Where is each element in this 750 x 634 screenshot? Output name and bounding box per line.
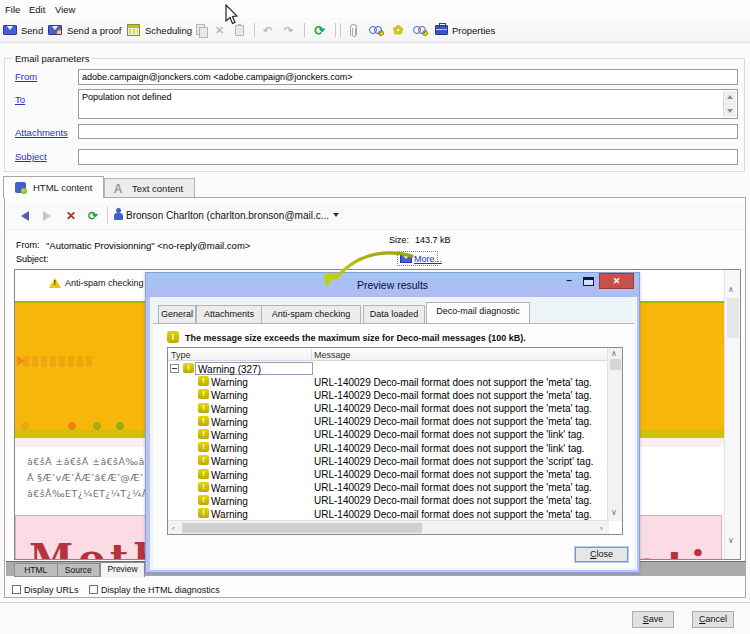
menu-view[interactable]: View	[55, 4, 75, 15]
subject-link[interactable]: Subject	[15, 151, 47, 162]
to-scrollbar[interactable]	[723, 91, 736, 117]
warning-row[interactable]: Warning URL-140029 Deco-mail format does…	[168, 415, 608, 428]
tab-text-content[interactable]: A Text content	[104, 178, 195, 198]
cancel-button[interactable]: Cancel	[692, 611, 734, 628]
scroll-right-icon[interactable]: ›	[600, 524, 603, 533]
warning-row[interactable]: Warning URL-140029 Deco-mail format does…	[168, 481, 608, 494]
unlink-button[interactable]	[413, 18, 426, 42]
chevron-down-icon[interactable]	[333, 213, 339, 217]
delivery-button[interactable]: ✿	[393, 18, 403, 42]
collapse-icon[interactable]	[170, 364, 179, 373]
from-input[interactable]: adobe.campaign@jonckers.com <adobe.campa…	[78, 69, 738, 85]
redo-button[interactable]: ↷	[284, 18, 293, 42]
profile-selector[interactable]: Bronson Charlton (charlton.bronson@mail.…	[126, 210, 329, 221]
attachment-button[interactable]	[350, 18, 357, 42]
row-type: Warning	[211, 390, 248, 401]
warning-group-row[interactable]: Warning (327)	[168, 362, 608, 375]
menu-file[interactable]: File	[5, 4, 20, 15]
scheduling-button[interactable]: Scheduling	[127, 18, 192, 42]
warning-icon	[198, 376, 209, 386]
list-hscrollbar[interactable]: ‹ ›	[168, 520, 609, 534]
subject-label: Subject:	[16, 254, 49, 264]
tab-preview[interactable]: Preview	[100, 562, 145, 577]
properties-button[interactable]: Properties	[435, 18, 495, 42]
column-type[interactable]: Type	[171, 350, 191, 360]
warning-row[interactable]: Warning URL-140029 Deco-mail format does…	[168, 494, 608, 507]
forward-icon[interactable]	[43, 211, 51, 221]
preview-scrollbar[interactable]: ∧ ∨	[724, 270, 740, 559]
attachments-input[interactable]	[78, 124, 738, 139]
close-button[interactable]: ✕	[599, 273, 634, 289]
row-message: URL-140029 Deco-mail format does not sup…	[314, 482, 592, 493]
tab-html[interactable]: HTML	[15, 564, 58, 576]
dialog-tab-general[interactable]: General	[158, 305, 196, 323]
warning-row[interactable]: Warning URL-140029 Deco-mail format does…	[168, 468, 608, 481]
close-preview-icon[interactable]: ✕	[66, 209, 76, 223]
warning-row[interactable]: Warning URL-140029 Deco-mail format does…	[168, 507, 608, 520]
save-button[interactable]: Save	[632, 611, 674, 628]
copy-button[interactable]	[196, 18, 207, 42]
tab-html-content[interactable]: HTML content	[3, 176, 104, 198]
scroll-down-icon[interactable]: ∨	[611, 508, 617, 517]
scheduling-icon	[127, 24, 140, 36]
toolbar-separator	[340, 23, 341, 37]
attachments-link[interactable]: Attachments	[15, 127, 68, 138]
menu-edit[interactable]: Edit	[29, 4, 45, 15]
minimize-button[interactable]: –	[559, 274, 579, 290]
maximize-button[interactable]	[583, 277, 594, 286]
scroll-down-icon[interactable]: ∨	[728, 536, 734, 545]
reload-icon[interactable]: ⟳	[88, 209, 98, 223]
link-tracking-button[interactable]	[369, 18, 382, 42]
dialog-tab-attachments[interactable]: Attachments	[196, 305, 262, 323]
from-label: From:	[16, 240, 40, 250]
dialog-tab-deco-mail-diagnostic[interactable]: Deco-mail diagnostic	[426, 302, 530, 323]
dialog-tab-anti-spam-checking[interactable]: Anti-spam checking	[261, 305, 361, 323]
send-a-proof-button[interactable]: Send a proof	[48, 18, 121, 42]
warning-icon	[198, 508, 209, 518]
dialog-message: The message size exceeds the maximum siz…	[185, 333, 526, 343]
row-message: URL-140029 Deco-mail format does not sup…	[314, 469, 592, 480]
tab-source[interactable]: Source	[58, 564, 100, 576]
display-html-diagnostics-checkbox[interactable]	[89, 585, 98, 594]
text-content-icon: A	[112, 183, 124, 195]
dialog-close-button[interactable]: Close	[575, 547, 628, 562]
dialog-tab-data-loaded[interactable]: Data loaded	[363, 305, 425, 323]
from-link[interactable]: From	[15, 71, 37, 82]
scroll-up-icon[interactable]: ∧	[611, 349, 617, 358]
display-urls-checkbox[interactable]	[12, 585, 21, 594]
row-type: Warning	[211, 377, 248, 388]
back-icon[interactable]	[21, 211, 29, 221]
display-urls-label: Display URLs	[24, 585, 79, 595]
to-link[interactable]: To	[15, 94, 25, 105]
scrollbar-thumb[interactable]	[727, 298, 739, 338]
column-message[interactable]: Message	[314, 350, 351, 360]
dialog-content: ! The message size exceeds the maximum s…	[153, 323, 634, 568]
warning-icon	[198, 442, 209, 452]
undo-button[interactable]: ↶	[263, 18, 272, 42]
properties-icon	[435, 25, 448, 35]
row-message: URL-140029 Deco-mail format does not sup…	[314, 443, 585, 454]
warning-icon	[198, 495, 209, 505]
warning-row[interactable]: Warning URL-140029 Deco-mail format does…	[168, 428, 608, 441]
warning-row[interactable]: Warning URL-140029 Deco-mail format does…	[168, 375, 608, 388]
email-parameters-legend: Email parameters	[12, 53, 92, 64]
scrollbar-thumb[interactable]	[182, 523, 422, 533]
warning-row[interactable]: Warning URL-140029 Deco-mail format does…	[168, 388, 608, 401]
main-toolbar: Send Send a proof Scheduling ✕ ↶ ↷ ⟳ ✿ P…	[0, 18, 750, 43]
row-message: URL-140029 Deco-mail format does not sup…	[314, 456, 594, 467]
send-button[interactable]: Send	[3, 18, 43, 42]
warning-row[interactable]: Warning URL-140029 Deco-mail format does…	[168, 402, 608, 415]
scrollbar-thumb[interactable]	[610, 359, 621, 370]
scroll-left-icon[interactable]: ‹	[172, 524, 175, 533]
scroll-up-icon[interactable]: ∧	[728, 285, 734, 294]
refresh-icon: ⟳	[314, 23, 325, 38]
warning-row[interactable]: Warning URL-140029 Deco-mail format does…	[168, 454, 608, 467]
warning-row[interactable]: Warning URL-140029 Deco-mail format does…	[168, 441, 608, 454]
subject-input[interactable]	[78, 149, 738, 165]
preview-toolbar: ✕ ⟳ Bronson Charlton (charlton.bronson@m…	[6, 202, 745, 230]
to-input[interactable]: Population not defined	[78, 89, 738, 119]
list-vscrollbar[interactable]: ∧ ∨	[607, 348, 622, 521]
diagnostic-list: Type Message Warning (327) Warning URL-1…	[167, 347, 623, 535]
warning-icon	[183, 363, 194, 373]
refresh-button[interactable]: ⟳	[314, 18, 325, 42]
